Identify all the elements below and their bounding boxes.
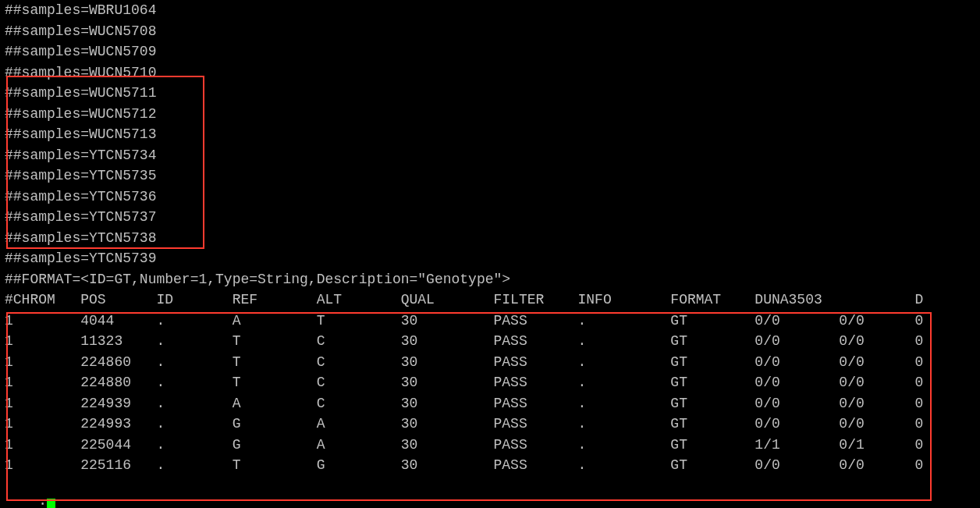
vcf-header-line: ##samples=WUCN5709 xyxy=(5,41,156,62)
vcf-data-row: 1 225044 . G A 30 PASS . GT 1/1 0/1 0 xyxy=(5,435,923,456)
vcf-data-row: 1 224880 . T C 30 PASS . GT 0/0 0/0 0 xyxy=(5,372,923,393)
pager-prompt[interactable]: : xyxy=(5,476,55,509)
terminal-viewport[interactable]: ##samples=WBRU1064 ##samples=WUCN5708 ##… xyxy=(0,0,980,508)
vcf-header-line: ##samples=YTCN5734 xyxy=(5,145,156,166)
vcf-header-line: ##samples=YTCN5737 xyxy=(5,207,156,228)
vcf-data-row: 1 4044 . A T 30 PASS . GT 0/0 0/0 0 xyxy=(5,311,923,332)
vcf-header-line: ##samples=WBRU1064 xyxy=(5,0,156,21)
cursor-icon xyxy=(47,499,55,508)
vcf-header-line: ##samples=WUCN5708 xyxy=(5,21,156,42)
vcf-column-header: #CHROM POS ID REF ALT QUAL FILTER INFO F… xyxy=(5,290,923,311)
vcf-header-line: ##samples=WUCN5712 xyxy=(5,104,156,125)
vcf-header-line: ##samples=WUCN5710 xyxy=(5,62,156,83)
prompt-colon: : xyxy=(38,499,47,508)
vcf-header-line: ##FORMAT=<ID=GT,Number=1,Type=String,Des… xyxy=(5,269,510,290)
vcf-header-line: ##samples=WUCN5713 xyxy=(5,124,156,145)
vcf-data-row: 1 224993 . G A 30 PASS . GT 0/0 0/0 0 xyxy=(5,414,923,435)
vcf-header-line: ##samples=WUCN5711 xyxy=(5,83,156,104)
vcf-data-row: 1 224939 . A C 30 PASS . GT 0/0 0/0 0 xyxy=(5,393,923,414)
vcf-data-row: 1 224860 . T C 30 PASS . GT 0/0 0/0 0 xyxy=(5,352,923,373)
vcf-header-line: ##samples=YTCN5738 xyxy=(5,228,156,249)
vcf-data-row: 1 11323 . T C 30 PASS . GT 0/0 0/0 0 xyxy=(5,331,923,352)
vcf-header-line: ##samples=YTCN5736 xyxy=(5,187,156,208)
vcf-header-line: ##samples=YTCN5739 xyxy=(5,248,156,269)
vcf-data-row: 1 225116 . T G 30 PASS . GT 0/0 0/0 0 xyxy=(5,455,923,476)
vcf-header-line: ##samples=YTCN5735 xyxy=(5,165,156,187)
